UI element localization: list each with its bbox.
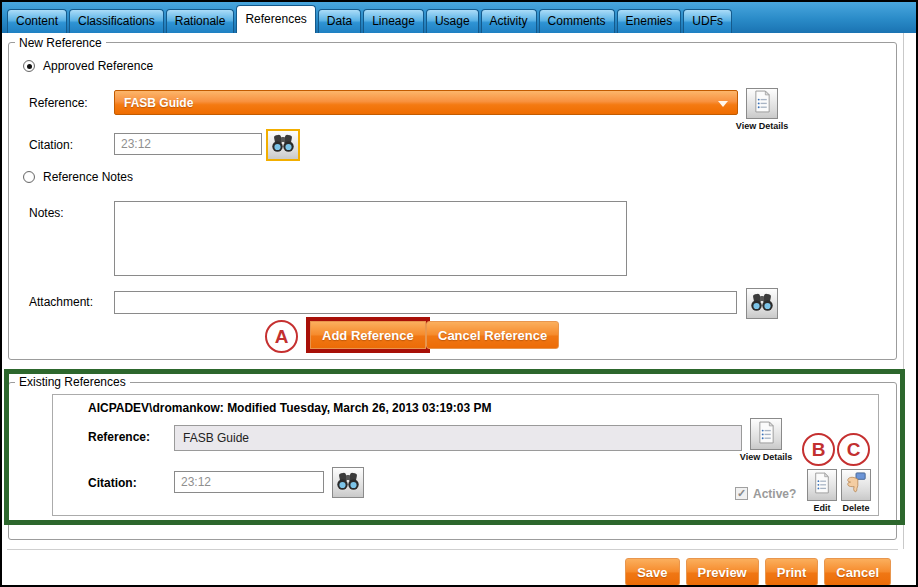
tab-classifications[interactable]: Classifications <box>69 9 164 33</box>
cancel-button[interactable]: Cancel <box>824 558 891 586</box>
reference-notes-radio-label: Reference Notes <box>43 170 133 184</box>
binoculars-icon <box>271 133 295 157</box>
annotation-circle-a: A <box>265 320 298 353</box>
tab-bar: Content Classifications Rationale Refere… <box>2 2 916 33</box>
tab-content[interactable]: Content <box>7 9 67 33</box>
print-button[interactable]: Print <box>765 558 819 586</box>
add-reference-button[interactable]: Add Reference <box>310 321 426 349</box>
chevron-down-icon <box>718 101 728 107</box>
attachment-input[interactable] <box>114 291 737 314</box>
record-citation-label: Citation: <box>88 476 137 490</box>
view-details-caption: View Details <box>734 121 790 131</box>
document-details-icon <box>757 421 776 448</box>
footer-divider <box>7 549 898 550</box>
record-citation-lookup-button[interactable] <box>332 467 364 498</box>
tab-usage[interactable]: Usage <box>426 9 479 33</box>
record-active-checkbox: ✓ <box>735 487 748 500</box>
reference-dropdown-value: FASB Guide <box>124 96 193 110</box>
record-citation-input[interactable] <box>174 471 324 493</box>
record-view-details-button[interactable] <box>750 418 782 450</box>
approved-reference-radio[interactable] <box>23 60 35 72</box>
reference-label: Reference: <box>29 96 88 110</box>
notes-label: Notes: <box>29 206 64 220</box>
document-edit-icon <box>813 472 831 498</box>
attachment-browse-button[interactable] <box>746 288 778 319</box>
citation-label: Citation: <box>29 138 73 152</box>
tab-comments[interactable]: Comments <box>539 9 615 33</box>
record-active-label: Active? <box>753 487 796 501</box>
view-details-button[interactable] <box>746 88 778 119</box>
tab-rationale[interactable]: Rationale <box>166 9 235 33</box>
attachment-label: Attachment: <box>29 295 93 309</box>
record-modified-line: AICPADEV\dromankow: Modified Tuesday, Ma… <box>88 401 491 415</box>
notes-textarea[interactable] <box>114 201 627 276</box>
existing-references-legend: Existing References <box>15 375 130 389</box>
record-edit-button[interactable] <box>807 469 837 501</box>
tab-enemies[interactable]: Enemies <box>617 9 682 33</box>
save-button[interactable]: Save <box>625 558 679 586</box>
preview-button[interactable]: Preview <box>686 558 759 586</box>
record-delete-caption: Delete <box>837 503 875 513</box>
binoculars-icon <box>336 471 360 495</box>
thumbs-down-icon <box>845 472 867 498</box>
new-reference-legend: New Reference <box>15 36 106 50</box>
annotation-circle-b: B <box>802 433 835 466</box>
cancel-reference-button[interactable]: Cancel Reference <box>426 321 559 349</box>
tab-udfs[interactable]: UDFs <box>683 9 732 33</box>
add-reference-highlight: Add Reference <box>306 317 430 353</box>
record-reference-label: Reference: <box>88 430 150 444</box>
record-delete-button[interactable] <box>841 469 871 501</box>
binoculars-icon <box>750 292 774 316</box>
tab-lineage[interactable]: Lineage <box>363 9 424 33</box>
record-view-details-caption: View Details <box>738 452 794 462</box>
tab-references[interactable]: References <box>236 5 315 33</box>
document-details-icon <box>753 90 772 117</box>
footer-actions: Save Preview Print Cancel <box>625 558 891 586</box>
tab-activity[interactable]: Activity <box>481 9 537 33</box>
citation-input[interactable] <box>114 133 262 155</box>
record-reference-field: FASB Guide <box>174 425 742 451</box>
annotation-circle-c: C <box>837 433 870 466</box>
record-edit-caption: Edit <box>807 503 837 513</box>
references-screen: Content Classifications Rationale Refere… <box>0 0 918 587</box>
reference-notes-radio[interactable] <box>23 171 35 183</box>
reference-dropdown[interactable]: FASB Guide <box>114 90 738 115</box>
approved-reference-radio-label: Approved Reference <box>43 59 153 73</box>
tab-data[interactable]: Data <box>318 9 361 33</box>
citation-lookup-button[interactable] <box>266 129 300 161</box>
panel-right-edge <box>903 33 904 549</box>
